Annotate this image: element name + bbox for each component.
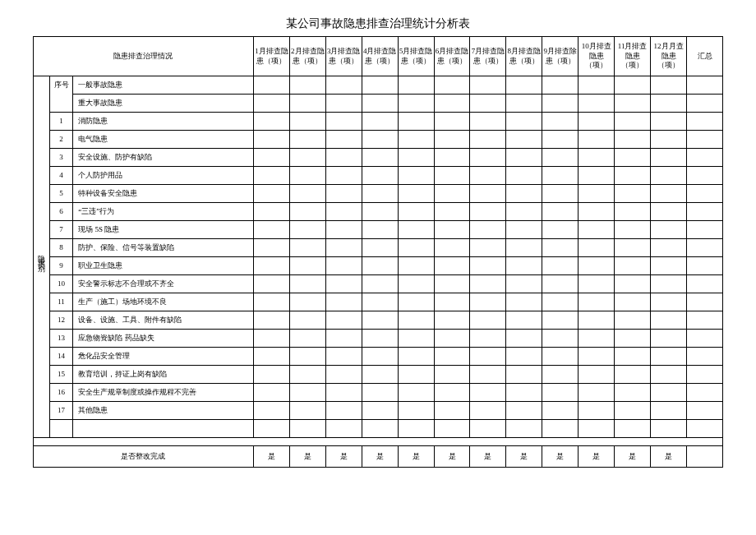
item-cell: 生产（施工）场地环境不良 — [73, 293, 254, 311]
value-cell — [651, 293, 687, 311]
value-cell — [362, 239, 398, 257]
value-cell — [579, 311, 615, 330]
value-cell — [579, 348, 615, 366]
table-row: 13应急物资缺陷 药品缺失 — [34, 330, 723, 348]
summary-value: 是 — [470, 446, 506, 468]
value-cell — [362, 384, 398, 402]
summary-value: 是 — [542, 446, 579, 468]
value-cell — [398, 76, 434, 95]
table-row: 9职业卫生隐患 — [34, 257, 723, 275]
value-cell — [651, 402, 687, 420]
value-cell — [325, 293, 362, 311]
value-cell — [651, 167, 687, 185]
value-cell — [470, 311, 506, 330]
value-cell — [651, 384, 687, 402]
value-cell — [687, 330, 723, 348]
value-cell — [325, 384, 362, 402]
value-cell — [615, 366, 651, 384]
table-header: 隐患排查治理情况 1月排查隐患（项） 2月排查隐患（项） 3月排查隐患（项） 4… — [34, 37, 723, 76]
value-cell — [362, 348, 398, 366]
value-cell — [398, 330, 434, 348]
value-cell — [542, 257, 579, 275]
value-cell — [542, 185, 579, 203]
value-cell — [687, 402, 723, 420]
value-cell — [253, 167, 289, 185]
value-cell — [398, 221, 434, 239]
value-cell — [615, 348, 651, 366]
value-cell — [542, 366, 579, 384]
table-row: 隐患类别序号一般事故隐患 — [34, 76, 723, 95]
value-cell — [325, 203, 362, 221]
table-row: 6“三违”行为 — [34, 203, 723, 221]
value-cell — [542, 420, 579, 438]
value-cell — [651, 348, 687, 366]
value-cell — [362, 76, 398, 95]
value-cell — [615, 239, 651, 257]
value-cell — [687, 239, 723, 257]
summary-value: 是 — [615, 446, 651, 468]
value-cell — [362, 420, 398, 438]
value-cell — [325, 95, 362, 113]
summary-value: 是 — [506, 446, 542, 468]
value-cell — [289, 203, 325, 221]
seq-cell: 5 — [49, 185, 73, 203]
value-cell — [615, 131, 651, 149]
value-cell — [687, 348, 723, 366]
item-cell: 防护、保险、信号等装置缺陷 — [73, 239, 254, 257]
value-cell — [398, 149, 434, 167]
value-cell — [506, 95, 542, 113]
value-cell — [651, 221, 687, 239]
summary-value: 是 — [362, 446, 398, 468]
value-cell — [434, 293, 470, 311]
value-cell — [579, 149, 615, 167]
group-label: 隐患类别 — [34, 76, 50, 438]
summary-value: 是 — [579, 446, 615, 468]
header-month-5: 5月排查隐患（项） — [398, 37, 434, 76]
value-cell — [542, 76, 579, 95]
value-cell — [325, 420, 362, 438]
value-cell — [362, 402, 398, 420]
value-cell — [615, 185, 651, 203]
value-cell — [253, 366, 289, 384]
value-cell — [362, 203, 398, 221]
seq-cell: 10 — [49, 275, 73, 293]
value-cell — [325, 149, 362, 167]
value-cell — [506, 149, 542, 167]
value-cell — [687, 113, 723, 131]
value-cell — [470, 149, 506, 167]
item-cell: 安全生产规章制度或操作规程不完善 — [73, 384, 254, 402]
table-row: 16安全生产规章制度或操作规程不完善 — [34, 384, 723, 402]
value-cell — [325, 257, 362, 275]
value-cell — [289, 275, 325, 293]
item-cell: 一般事故隐患 — [73, 76, 254, 95]
value-cell — [579, 131, 615, 149]
seq-cell: 4 — [49, 167, 73, 185]
value-cell — [579, 384, 615, 402]
page-title: 某公司事故隐患排查治理统计分析表 — [33, 16, 723, 31]
seq-cell — [49, 95, 73, 113]
value-cell — [470, 76, 506, 95]
value-cell — [362, 311, 398, 330]
header-total: 汇总 — [687, 37, 723, 76]
value-cell — [506, 366, 542, 384]
value-cell — [289, 113, 325, 131]
value-cell — [506, 420, 542, 438]
table-row: 2电气隐患 — [34, 131, 723, 149]
value-cell — [362, 113, 398, 131]
value-cell — [289, 149, 325, 167]
value-cell — [542, 330, 579, 348]
value-cell — [470, 185, 506, 203]
value-cell — [253, 149, 289, 167]
table-row: 15教育培训，持证上岗有缺陷 — [34, 366, 723, 384]
header-month-7: 7月排查隐患（项） — [470, 37, 506, 76]
value-cell — [579, 95, 615, 113]
seq-header: 序号 — [49, 76, 73, 95]
table-row: 4个人防护用品 — [34, 167, 723, 185]
header-month-6: 6月排查隐患（项） — [434, 37, 470, 76]
value-cell — [325, 366, 362, 384]
value-cell — [506, 311, 542, 330]
seq-cell: 6 — [49, 203, 73, 221]
value-cell — [615, 167, 651, 185]
value-cell — [289, 348, 325, 366]
value-cell — [289, 330, 325, 348]
